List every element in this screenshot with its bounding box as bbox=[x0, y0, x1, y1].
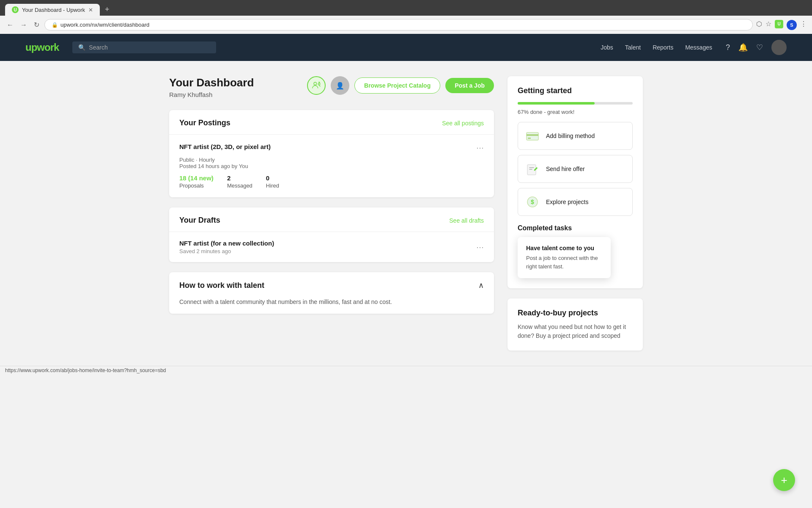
browser-chrome: U Your Dashboard - Upwork ✕ + bbox=[0, 0, 812, 16]
notifications-icon[interactable]: 🔔 bbox=[738, 43, 748, 52]
svg-rect-3 bbox=[527, 133, 538, 140]
proposals-stat: 18 (14 new) Proposals bbox=[179, 174, 214, 189]
page-title: Your Dashboard bbox=[169, 76, 254, 89]
nav-actions: ? 🔔 ♡ bbox=[726, 40, 787, 55]
page-header-left: Your Dashboard Ramy Khuffash bbox=[169, 76, 254, 98]
completed-tasks: Completed tasks bbox=[518, 224, 633, 232]
bookmark-icon[interactable]: ☆ bbox=[765, 20, 771, 30]
svg-rect-4 bbox=[527, 134, 538, 136]
ready-projects-title: Ready-to-buy projects bbox=[518, 309, 633, 318]
job-posted: Posted 14 hours ago by You bbox=[179, 163, 248, 169]
messaged-stat: 2 Messaged bbox=[227, 174, 252, 189]
explore-projects-icon: $ bbox=[525, 194, 540, 210]
job-posting-item: NFT artist (2D, 3D, or pixel art) ⋯ Publ… bbox=[169, 135, 494, 197]
proposals-label: Proposals bbox=[179, 182, 214, 189]
forward-button[interactable]: → bbox=[19, 19, 29, 30]
tab-close-button[interactable]: ✕ bbox=[88, 7, 93, 13]
drafts-title: Your Drafts bbox=[179, 216, 220, 225]
how-to-work-header: How to work with talent ∧ bbox=[169, 272, 494, 298]
nav-jobs[interactable]: Jobs bbox=[601, 44, 613, 51]
hire-offer-icon bbox=[525, 161, 540, 177]
back-button[interactable]: ← bbox=[5, 19, 15, 30]
profile-icon[interactable]: S bbox=[787, 20, 797, 30]
hired-stat: 0 Hired bbox=[266, 174, 279, 189]
job-title: NFT artist (2D, 3D, or pixel art) bbox=[179, 143, 271, 150]
user-avatar-nav[interactable] bbox=[771, 40, 787, 55]
user-avatar[interactable]: 👤 bbox=[331, 76, 349, 95]
post-job-button[interactable]: Post a Job bbox=[445, 78, 494, 93]
search-icon: 🔍 bbox=[78, 44, 85, 51]
refresh-button[interactable]: ↻ bbox=[32, 19, 41, 30]
job-options-button[interactable]: ⋯ bbox=[476, 143, 484, 152]
postings-card-header: Your Postings See all postings bbox=[169, 110, 494, 135]
nav: upwork 🔍 Search Jobs Talent Reports Mess… bbox=[0, 34, 812, 61]
page-header: Your Dashboard Ramy Khuffash 👤 Browse Pr… bbox=[169, 76, 494, 98]
getting-started-title: Getting started bbox=[518, 86, 633, 95]
cast-icon[interactable]: ⬡ bbox=[756, 20, 762, 30]
postings-card: Your Postings See all postings NFT artis… bbox=[169, 110, 494, 197]
nav-logo[interactable]: upwork bbox=[25, 41, 59, 53]
active-tab[interactable]: U Your Dashboard - Upwork ✕ bbox=[5, 4, 100, 16]
messaged-label: Messaged bbox=[227, 182, 252, 189]
page-subtitle: Ramy Khuffash bbox=[169, 91, 254, 98]
left-column: Your Dashboard Ramy Khuffash 👤 Browse Pr… bbox=[169, 76, 494, 351]
tooltip-body: Post a job to connect with the right tal… bbox=[526, 254, 602, 271]
add-team-svg bbox=[312, 81, 321, 90]
url-text: upwork.com/nx/wm/client/dashboard bbox=[60, 22, 149, 28]
right-column: Getting started 67% done - great work! A… bbox=[508, 76, 643, 351]
hired-label: Hired bbox=[266, 182, 279, 189]
tab-title: Your Dashboard - Upwork bbox=[22, 7, 85, 13]
ready-projects-card: Ready-to-buy projects Know what you need… bbox=[508, 298, 643, 351]
browse-catalog-button[interactable]: Browse Project Catalog bbox=[354, 77, 440, 94]
new-tab-button[interactable]: + bbox=[102, 3, 113, 16]
how-to-work-card: How to work with talent ∧ Connect with a… bbox=[169, 272, 494, 314]
nav-reports[interactable]: Reports bbox=[653, 44, 673, 51]
status-url: https://www.upwork.com/ab/jobs-home/invi… bbox=[5, 367, 166, 373]
draft-saved: Saved 2 minutes ago bbox=[179, 248, 274, 254]
search-placeholder: Search bbox=[89, 44, 107, 51]
help-icon[interactable]: ? bbox=[726, 43, 730, 52]
status-bar: https://www.upwork.com/ab/jobs-home/invi… bbox=[0, 366, 812, 375]
see-all-drafts-link[interactable]: See all drafts bbox=[449, 217, 484, 224]
postings-title: Your Postings bbox=[179, 119, 230, 127]
collapse-button[interactable]: ∧ bbox=[478, 281, 484, 290]
add-billing-label: Add billing method bbox=[546, 133, 595, 139]
add-billing-btn[interactable]: Add billing method bbox=[518, 122, 633, 150]
draft-item: NFT artist (for a new collection) Saved … bbox=[169, 232, 494, 262]
svg-text:$: $ bbox=[531, 199, 534, 205]
billing-icon bbox=[525, 128, 540, 144]
drafts-card-header: Your Drafts See all drafts bbox=[169, 207, 494, 232]
svg-rect-5 bbox=[528, 138, 531, 139]
draft-title: NFT artist (for a new collection) bbox=[179, 240, 274, 247]
explore-projects-btn[interactable]: $ Explore projects bbox=[518, 188, 633, 216]
ready-projects-description: Know what you need but not how to get it… bbox=[518, 323, 633, 340]
completed-tasks-section: Completed tasks Have talent come to you … bbox=[518, 224, 633, 278]
menu-icon[interactable]: ⋮ bbox=[800, 20, 807, 30]
favorites-icon[interactable]: ♡ bbox=[756, 43, 763, 52]
completed-tasks-label: Completed tasks bbox=[518, 224, 633, 232]
url-bar[interactable]: 🔒 upwork.com/nx/wm/client/dashboard bbox=[44, 19, 753, 30]
nav-links: Jobs Talent Reports Messages bbox=[601, 44, 712, 51]
job-posting-header: NFT artist (2D, 3D, or pixel art) ⋯ bbox=[179, 143, 484, 152]
job-meta: Public · Hourly Posted 14 hours ago by Y… bbox=[179, 157, 484, 169]
nav-messages[interactable]: Messages bbox=[685, 44, 712, 51]
hired-count: 0 bbox=[266, 174, 269, 182]
nav-talent[interactable]: Talent bbox=[625, 44, 641, 51]
invite-team-icon[interactable] bbox=[307, 76, 326, 95]
explore-projects-label: Explore projects bbox=[546, 199, 588, 205]
search-bar[interactable]: 🔍 Search bbox=[72, 41, 216, 53]
send-hire-offer-label: Send hire offer bbox=[546, 166, 585, 172]
send-hire-offer-btn[interactable]: Send hire offer bbox=[518, 155, 633, 183]
draft-options-button[interactable]: ⋯ bbox=[476, 243, 484, 252]
browser-tabs: U Your Dashboard - Upwork ✕ + bbox=[5, 3, 807, 16]
tooltip-box: Have talent come to you Post a job to co… bbox=[518, 237, 611, 278]
see-all-postings-link[interactable]: See all postings bbox=[442, 120, 484, 127]
page-header-right: 👤 Browse Project Catalog Post a Job bbox=[307, 76, 494, 95]
draft-info: NFT artist (for a new collection) Saved … bbox=[179, 240, 274, 254]
how-to-work-title: How to work with talent bbox=[179, 281, 264, 290]
proposals-count: 18 (14 new) bbox=[179, 174, 214, 182]
extension-icon[interactable]: U bbox=[775, 20, 783, 28]
tab-favicon: U bbox=[12, 6, 19, 13]
svg-point-1 bbox=[318, 83, 320, 85]
svg-point-0 bbox=[314, 82, 316, 85]
